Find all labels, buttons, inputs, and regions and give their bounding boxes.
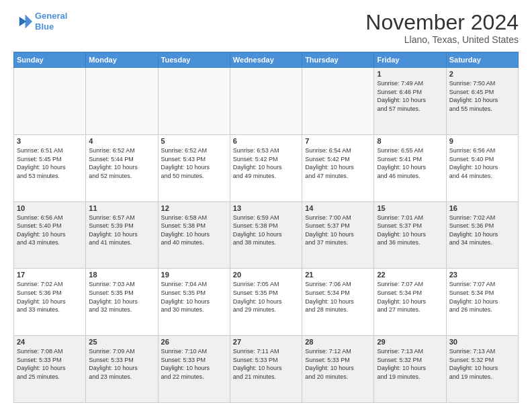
calendar-cell-0-2 — [158, 68, 230, 135]
calendar-week-4: 24Sunrise: 7:08 AM Sunset: 5:33 PM Dayli… — [14, 336, 519, 403]
day-info: Sunrise: 6:56 AM Sunset: 5:40 PM Dayligh… — [449, 146, 515, 180]
calendar-cell-1-0: 3Sunrise: 6:51 AM Sunset: 5:45 PM Daylig… — [14, 134, 86, 201]
day-number: 23 — [449, 271, 515, 279]
page: General Blue November 2024 Llano, Texas,… — [0, 0, 532, 411]
calendar-cell-1-6: 9Sunrise: 6:56 AM Sunset: 5:40 PM Daylig… — [446, 134, 518, 201]
calendar-cell-3-2: 19Sunrise: 7:04 AM Sunset: 5:35 PM Dayli… — [158, 269, 230, 336]
day-number: 1 — [377, 70, 443, 78]
day-info: Sunrise: 7:03 AM Sunset: 5:35 PM Dayligh… — [89, 280, 154, 314]
day-info: Sunrise: 7:02 AM Sunset: 5:36 PM Dayligh… — [449, 214, 515, 247]
logo-text: General Blue — [35, 11, 67, 32]
day-info: Sunrise: 6:58 AM Sunset: 5:38 PM Dayligh… — [161, 214, 227, 247]
calendar-header-wednesday: Wednesday — [230, 52, 302, 68]
day-number: 25 — [89, 338, 154, 346]
calendar-cell-3-4: 21Sunrise: 7:06 AM Sunset: 5:34 PM Dayli… — [302, 269, 374, 336]
calendar-cell-0-0 — [14, 68, 86, 135]
calendar-cell-2-1: 11Sunrise: 6:57 AM Sunset: 5:39 PM Dayli… — [86, 201, 158, 269]
day-info: Sunrise: 7:02 AM Sunset: 5:36 PM Dayligh… — [17, 280, 83, 314]
day-info: Sunrise: 6:51 AM Sunset: 5:45 PM Dayligh… — [17, 146, 83, 180]
calendar-header-sunday: Sunday — [14, 52, 86, 68]
calendar-cell-4-1: 25Sunrise: 7:09 AM Sunset: 5:33 PM Dayli… — [86, 336, 158, 403]
day-info: Sunrise: 7:13 AM Sunset: 5:32 PM Dayligh… — [377, 347, 443, 381]
day-number: 21 — [305, 271, 371, 279]
calendar-cell-2-2: 12Sunrise: 6:58 AM Sunset: 5:38 PM Dayli… — [158, 201, 230, 269]
calendar-cell-2-6: 16Sunrise: 7:02 AM Sunset: 5:36 PM Dayli… — [446, 201, 518, 269]
calendar-cell-1-4: 7Sunrise: 6:54 AM Sunset: 5:42 PM Daylig… — [302, 134, 374, 201]
calendar-cell-4-0: 24Sunrise: 7:08 AM Sunset: 5:33 PM Dayli… — [14, 336, 86, 403]
calendar-cell-1-1: 4Sunrise: 6:52 AM Sunset: 5:44 PM Daylig… — [86, 134, 158, 201]
calendar-header-row: SundayMondayTuesdayWednesdayThursdayFrid… — [14, 52, 519, 68]
day-info: Sunrise: 7:11 AM Sunset: 5:33 PM Dayligh… — [233, 347, 299, 381]
day-info: Sunrise: 7:05 AM Sunset: 5:35 PM Dayligh… — [233, 280, 299, 314]
calendar-cell-4-2: 26Sunrise: 7:10 AM Sunset: 5:33 PM Dayli… — [158, 336, 230, 403]
day-number: 26 — [161, 338, 227, 346]
calendar-cell-0-5: 1Sunrise: 7:49 AM Sunset: 6:46 PM Daylig… — [374, 68, 446, 135]
day-info: Sunrise: 6:52 AM Sunset: 5:44 PM Dayligh… — [89, 146, 154, 180]
day-info: Sunrise: 7:04 AM Sunset: 5:35 PM Dayligh… — [161, 280, 227, 314]
calendar-cell-1-5: 8Sunrise: 6:55 AM Sunset: 5:41 PM Daylig… — [374, 134, 446, 201]
location: Llano, Texas, United States — [365, 34, 519, 45]
day-number: 8 — [377, 137, 443, 145]
calendar-week-1: 3Sunrise: 6:51 AM Sunset: 5:45 PM Daylig… — [14, 134, 519, 201]
day-number: 20 — [233, 271, 299, 279]
day-info: Sunrise: 7:12 AM Sunset: 5:33 PM Dayligh… — [305, 347, 371, 381]
calendar-header-saturday: Saturday — [446, 52, 518, 68]
day-number: 17 — [17, 271, 83, 279]
day-info: Sunrise: 7:00 AM Sunset: 5:37 PM Dayligh… — [305, 214, 371, 247]
day-info: Sunrise: 6:54 AM Sunset: 5:42 PM Dayligh… — [305, 146, 371, 180]
calendar-cell-3-1: 18Sunrise: 7:03 AM Sunset: 5:35 PM Dayli… — [86, 269, 158, 336]
calendar-cell-4-6: 30Sunrise: 7:13 AM Sunset: 5:32 PM Dayli… — [446, 336, 518, 403]
day-number: 12 — [161, 204, 227, 212]
calendar-week-2: 10Sunrise: 6:56 AM Sunset: 5:40 PM Dayli… — [14, 201, 519, 269]
day-info: Sunrise: 7:01 AM Sunset: 5:37 PM Dayligh… — [377, 214, 443, 247]
calendar-header-thursday: Thursday — [302, 52, 374, 68]
day-number: 7 — [305, 137, 371, 145]
calendar-cell-1-3: 6Sunrise: 6:53 AM Sunset: 5:42 PM Daylig… — [230, 134, 302, 201]
calendar-header-monday: Monday — [86, 52, 158, 68]
day-number: 3 — [17, 137, 83, 145]
day-info: Sunrise: 6:56 AM Sunset: 5:40 PM Dayligh… — [17, 214, 83, 247]
day-info: Sunrise: 7:09 AM Sunset: 5:33 PM Dayligh… — [89, 347, 154, 381]
calendar-cell-3-5: 22Sunrise: 7:07 AM Sunset: 5:34 PM Dayli… — [374, 269, 446, 336]
day-number: 18 — [89, 271, 154, 279]
day-info: Sunrise: 6:59 AM Sunset: 5:38 PM Dayligh… — [233, 214, 299, 247]
day-info: Sunrise: 7:50 AM Sunset: 6:45 PM Dayligh… — [449, 79, 515, 113]
calendar-cell-4-3: 27Sunrise: 7:11 AM Sunset: 5:33 PM Dayli… — [230, 336, 302, 403]
day-number: 13 — [233, 204, 299, 212]
day-number: 9 — [449, 137, 515, 145]
day-info: Sunrise: 7:49 AM Sunset: 6:46 PM Dayligh… — [377, 79, 443, 113]
logo-general: General — [35, 11, 67, 21]
day-info: Sunrise: 6:57 AM Sunset: 5:39 PM Dayligh… — [89, 214, 154, 247]
calendar-header-tuesday: Tuesday — [158, 52, 230, 68]
day-number: 16 — [449, 204, 515, 212]
calendar-cell-2-3: 13Sunrise: 6:59 AM Sunset: 5:38 PM Dayli… — [230, 201, 302, 269]
day-info: Sunrise: 7:07 AM Sunset: 5:34 PM Dayligh… — [449, 280, 515, 314]
day-number: 27 — [233, 338, 299, 346]
day-number: 6 — [233, 137, 299, 145]
day-number: 15 — [377, 204, 443, 212]
calendar-cell-3-3: 20Sunrise: 7:05 AM Sunset: 5:35 PM Dayli… — [230, 269, 302, 336]
day-info: Sunrise: 6:52 AM Sunset: 5:43 PM Dayligh… — [161, 146, 227, 180]
day-info: Sunrise: 6:55 AM Sunset: 5:41 PM Dayligh… — [377, 146, 443, 180]
day-number: 11 — [89, 204, 154, 212]
day-number: 14 — [305, 204, 371, 212]
calendar-header-friday: Friday — [374, 52, 446, 68]
calendar-cell-0-4 — [302, 68, 374, 135]
top-section: General Blue November 2024 Llano, Texas,… — [13, 11, 519, 45]
day-number: 29 — [377, 338, 443, 346]
day-number: 4 — [89, 137, 154, 145]
day-info: Sunrise: 7:06 AM Sunset: 5:34 PM Dayligh… — [305, 280, 371, 314]
calendar-table: SundayMondayTuesdayWednesdayThursdayFrid… — [13, 52, 519, 403]
day-info: Sunrise: 7:07 AM Sunset: 5:34 PM Dayligh… — [377, 280, 443, 314]
day-number: 19 — [161, 271, 227, 279]
day-number: 22 — [377, 271, 443, 279]
logo-blue: Blue — [35, 21, 67, 32]
calendar-cell-2-4: 14Sunrise: 7:00 AM Sunset: 5:37 PM Dayli… — [302, 201, 374, 269]
calendar-cell-0-3 — [230, 68, 302, 135]
day-number: 10 — [17, 204, 83, 212]
day-info: Sunrise: 7:13 AM Sunset: 5:32 PM Dayligh… — [449, 347, 515, 381]
calendar-cell-0-6: 2Sunrise: 7:50 AM Sunset: 6:45 PM Daylig… — [446, 68, 518, 135]
calendar-cell-1-2: 5Sunrise: 6:52 AM Sunset: 5:43 PM Daylig… — [158, 134, 230, 201]
logo: General Blue — [13, 11, 67, 32]
calendar-cell-0-1 — [86, 68, 158, 135]
